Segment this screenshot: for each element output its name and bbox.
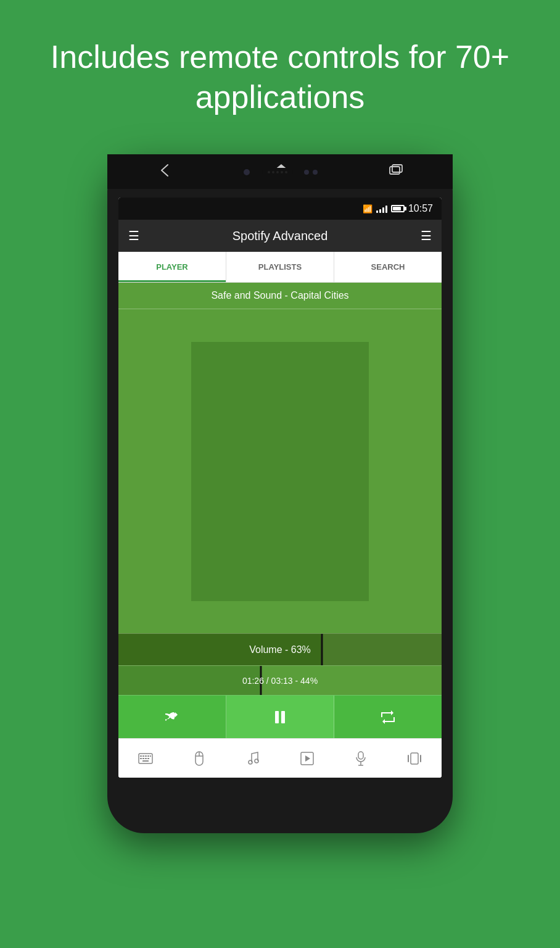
svg-rect-26 bbox=[392, 165, 402, 172]
volume-bar[interactable]: Volume - 63% bbox=[118, 633, 442, 665]
track-title-bar: Safe and Sound - Capital Cities bbox=[118, 283, 442, 309]
album-art-main bbox=[191, 342, 369, 601]
progress-fill bbox=[118, 666, 261, 695]
repeat-icon bbox=[379, 710, 397, 725]
phone-shell: 📶 10:57 bbox=[107, 154, 453, 833]
svg-rect-5 bbox=[145, 755, 147, 757]
status-bar: 📶 10:57 bbox=[118, 198, 442, 220]
music-note-icon[interactable] bbox=[241, 746, 265, 771]
app-header: ☰ Spotify Advanced ☰ bbox=[118, 220, 442, 252]
shuffle-icon bbox=[163, 710, 181, 725]
progress-bar[interactable]: 01:26 / 03:13 - 44% bbox=[118, 665, 442, 695]
playback-controls bbox=[118, 695, 442, 738]
phone-top-bar bbox=[242, 168, 318, 177]
keyboard-icon[interactable] bbox=[133, 746, 158, 771]
repeat-button[interactable] bbox=[334, 696, 442, 738]
svg-rect-8 bbox=[140, 758, 142, 759]
headline: Includes remote controls for 70+ applica… bbox=[0, 37, 560, 117]
svg-rect-25 bbox=[390, 167, 400, 174]
tab-playlists[interactable]: PLAYLISTS bbox=[226, 252, 334, 282]
speaker bbox=[262, 168, 293, 177]
progress-label: 01:26 / 03:13 - 44% bbox=[242, 676, 318, 686]
status-time: 10:57 bbox=[408, 203, 433, 214]
svg-rect-0 bbox=[275, 711, 279, 723]
svg-marker-18 bbox=[305, 755, 310, 762]
svg-rect-7 bbox=[150, 755, 151, 757]
tab-search[interactable]: SEARCH bbox=[334, 252, 442, 282]
player-content: Safe and Sound - Capital Cities Volume -… bbox=[118, 283, 442, 778]
play-box-icon[interactable] bbox=[295, 746, 319, 771]
status-icons: 📶 10:57 bbox=[363, 203, 433, 214]
bottom-nav bbox=[118, 738, 442, 778]
mouse-icon[interactable] bbox=[187, 746, 212, 771]
overflow-menu-icon[interactable]: ☰ bbox=[421, 230, 432, 242]
android-recents-button[interactable] bbox=[389, 164, 403, 180]
svg-rect-19 bbox=[358, 752, 363, 759]
tabs-bar: PLAYER PLAYLISTS SEARCH bbox=[118, 252, 442, 283]
pause-button[interactable] bbox=[226, 696, 334, 738]
svg-rect-9 bbox=[142, 758, 144, 759]
menu-icon[interactable]: ☰ bbox=[128, 230, 139, 242]
camera bbox=[242, 168, 251, 177]
pause-icon bbox=[271, 709, 289, 726]
microphone-icon[interactable] bbox=[348, 746, 373, 771]
sensor-dots bbox=[304, 170, 318, 175]
svg-rect-12 bbox=[142, 760, 149, 762]
volume-label: Volume - 63% bbox=[249, 644, 311, 655]
svg-rect-1 bbox=[281, 711, 285, 723]
phone-vibrate-icon[interactable] bbox=[402, 746, 427, 771]
svg-rect-4 bbox=[142, 755, 144, 757]
album-art-area bbox=[118, 309, 442, 633]
phone-screen: 📶 10:57 bbox=[118, 198, 442, 778]
track-title: Safe and Sound - Capital Cities bbox=[211, 290, 348, 301]
battery-icon bbox=[391, 205, 405, 212]
wifi-icon: 📶 bbox=[363, 204, 373, 214]
svg-rect-6 bbox=[147, 755, 149, 757]
volume-cursor bbox=[321, 634, 323, 665]
signal-icon bbox=[376, 204, 387, 213]
svg-rect-11 bbox=[147, 758, 149, 759]
shuffle-button[interactable] bbox=[118, 696, 226, 738]
svg-rect-22 bbox=[411, 753, 418, 764]
phone-device: 📶 10:57 bbox=[107, 154, 453, 833]
svg-rect-10 bbox=[145, 758, 147, 759]
android-back-button[interactable] bbox=[157, 164, 174, 180]
svg-rect-3 bbox=[140, 755, 142, 757]
app-title: Spotify Advanced bbox=[233, 229, 328, 243]
tab-player[interactable]: PLAYER bbox=[118, 252, 226, 282]
